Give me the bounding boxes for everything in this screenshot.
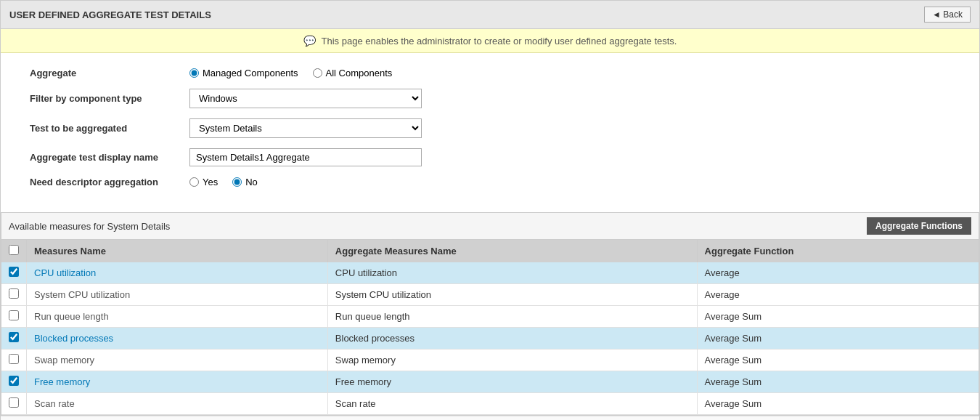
page-wrapper: USER DEFINED AGGREGATE TEST DETAILS ◄ Ba… xyxy=(0,0,980,420)
row-checkbox-cell xyxy=(1,328,27,350)
descriptor-label: Need descriptor aggregation xyxy=(30,177,189,187)
aggregate-label: Aggregate xyxy=(30,68,189,78)
test-select[interactable]: System Details CPU Test Memory Test xyxy=(189,118,422,138)
row-checkbox[interactable] xyxy=(9,354,19,364)
row-measure-name: Scan rate xyxy=(27,393,328,415)
header-agg-measures-name: Aggregate Measures Name xyxy=(327,240,697,262)
row-measure-name: System CPU utilization xyxy=(27,284,328,306)
descriptor-yes-label: Yes xyxy=(203,177,218,187)
row-agg-function: Average Sum xyxy=(697,328,979,350)
aggregate-radio-group: Managed Components All Components xyxy=(189,68,950,78)
table-header-bar: Available measures for System Details Ag… xyxy=(1,213,979,240)
table-head: Measures Name Aggregate Measures Name Ag… xyxy=(1,240,979,262)
row-agg-measures-name: CPU utilization xyxy=(327,262,697,284)
measures-table: Measures Name Aggregate Measures Name Ag… xyxy=(1,240,979,415)
row-agg-function: Average xyxy=(697,284,979,306)
row-agg-measures-name: Run queue length xyxy=(327,306,697,328)
display-name-label: Aggregate test display name xyxy=(30,152,189,163)
table-body: CPU utilizationCPU utilizationAverageSys… xyxy=(1,262,979,415)
aggregate-managed-radio[interactable] xyxy=(189,68,199,78)
display-name-input[interactable] xyxy=(189,148,422,166)
filter-row: Filter by component type Windows Linux U… xyxy=(30,89,950,108)
table-row: System CPU utilizationSystem CPU utiliza… xyxy=(1,284,979,306)
row-agg-measures-name: Swap memory xyxy=(327,350,697,371)
page-title: USER DEFINED AGGREGATE TEST DETAILS xyxy=(9,9,211,20)
row-agg-function: Average Sum xyxy=(697,393,979,415)
row-agg-measures-name: Scan rate xyxy=(327,393,697,415)
display-name-row: Aggregate test display name xyxy=(30,148,950,166)
row-checkbox[interactable] xyxy=(9,288,19,299)
select-all-checkbox[interactable] xyxy=(9,245,19,255)
descriptor-yes-option[interactable]: Yes xyxy=(189,177,218,187)
table-section-title: Available measures for System Details xyxy=(9,221,170,232)
table-row: Run queue lengthRun queue lengthAverage … xyxy=(1,306,979,328)
row-checkbox-cell xyxy=(1,306,27,328)
row-checkbox[interactable] xyxy=(9,376,19,386)
row-measure-name: Free memory xyxy=(27,371,328,393)
filter-control: Windows Linux Unix Network xyxy=(189,89,950,108)
row-checkbox-cell xyxy=(1,284,27,306)
table-row: Scan rateScan rateAverage Sum xyxy=(1,393,979,415)
descriptor-no-option[interactable]: No xyxy=(232,177,258,187)
table-row: CPU utilizationCPU utilizationAverage xyxy=(1,262,979,284)
display-name-control xyxy=(189,148,950,166)
row-agg-function: Average Sum xyxy=(697,371,979,393)
filter-label: Filter by component type xyxy=(30,93,189,104)
row-checkbox-cell xyxy=(1,350,27,371)
test-control: System Details CPU Test Memory Test xyxy=(189,118,950,138)
row-agg-measures-name: Free memory xyxy=(327,371,697,393)
header-agg-function: Aggregate Function xyxy=(697,240,979,262)
aggregate-row: Aggregate Managed Components All Compone… xyxy=(30,68,950,78)
row-measure-name: CPU utilization xyxy=(27,262,328,284)
row-measure-name: Swap memory xyxy=(27,350,328,371)
back-button[interactable]: ◄ Back xyxy=(924,7,971,23)
row-agg-function: Average xyxy=(697,262,979,284)
aggregate-all-option[interactable]: All Components xyxy=(313,68,393,78)
row-checkbox-cell xyxy=(1,262,27,284)
descriptor-yes-radio[interactable] xyxy=(189,177,199,187)
row-checkbox-cell xyxy=(1,371,27,393)
form-section: Aggregate Managed Components All Compone… xyxy=(1,53,979,205)
info-banner: 💬 This page enables the administrator to… xyxy=(1,29,979,53)
footer-bar: Include xyxy=(1,416,979,420)
aggregate-managed-option[interactable]: Managed Components xyxy=(189,68,298,78)
row-measure-name: Blocked processes xyxy=(27,328,328,350)
row-checkbox[interactable] xyxy=(9,267,19,277)
aggregate-managed-label: Managed Components xyxy=(203,68,298,78)
info-icon: 💬 xyxy=(303,35,316,47)
aggregate-all-radio[interactable] xyxy=(313,68,322,78)
row-checkbox-cell xyxy=(1,393,27,415)
row-measure-name: Run queue length xyxy=(27,306,328,328)
descriptor-no-label: No xyxy=(245,177,258,187)
row-checkbox[interactable] xyxy=(9,310,19,320)
row-agg-function: Average Sum xyxy=(697,350,979,371)
table-header-row: Measures Name Aggregate Measures Name Ag… xyxy=(1,240,979,262)
row-checkbox[interactable] xyxy=(9,397,19,408)
row-checkbox[interactable] xyxy=(9,332,19,342)
row-agg-measures-name: System CPU utilization xyxy=(327,284,697,306)
info-message: This page enables the administrator to c… xyxy=(322,36,677,47)
table-row: Free memoryFree memoryAverage Sum xyxy=(1,371,979,393)
measures-table-section: Available measures for System Details Ag… xyxy=(1,212,979,416)
aggregate-functions-button[interactable]: Aggregate Functions xyxy=(867,217,971,235)
page-header: USER DEFINED AGGREGATE TEST DETAILS ◄ Ba… xyxy=(1,1,979,29)
header-measures-name: Measures Name xyxy=(27,240,328,262)
header-checkbox-col xyxy=(1,240,27,262)
table-row: Swap memorySwap memoryAverage Sum xyxy=(1,350,979,371)
row-agg-measures-name: Blocked processes xyxy=(327,328,697,350)
descriptor-row: Need descriptor aggregation Yes No xyxy=(30,177,950,187)
aggregate-all-label: All Components xyxy=(326,68,393,78)
test-label: Test to be aggregated xyxy=(30,123,189,134)
descriptor-radio-group: Yes No xyxy=(189,177,950,187)
test-row: Test to be aggregated System Details CPU… xyxy=(30,118,950,138)
row-agg-function: Average Sum xyxy=(697,306,979,328)
descriptor-no-radio[interactable] xyxy=(232,177,242,187)
filter-select[interactable]: Windows Linux Unix Network xyxy=(189,89,422,108)
table-row: Blocked processesBlocked processesAverag… xyxy=(1,328,979,350)
